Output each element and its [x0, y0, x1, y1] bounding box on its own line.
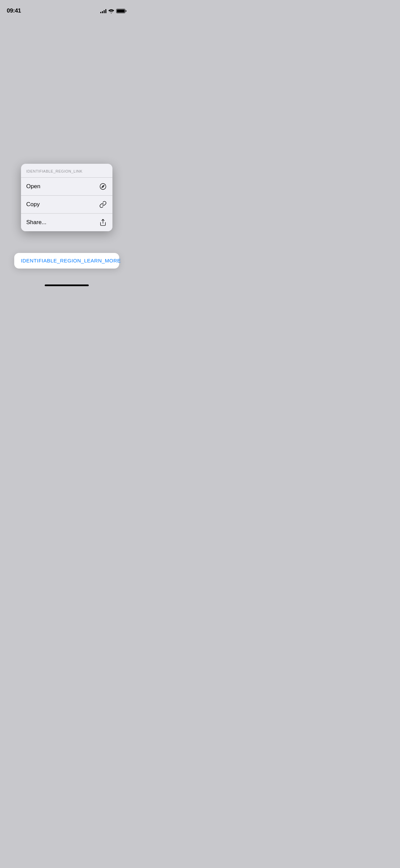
menu-item-open[interactable]: Open: [21, 178, 112, 196]
learn-more-button[interactable]: IDENTIFIABLE_REGION_LEARN_MORE: [14, 253, 119, 269]
signal-bars-icon: [100, 9, 106, 13]
signal-bar-4: [105, 9, 106, 13]
learn-more-label: IDENTIFIABLE_REGION_LEARN_MORE: [21, 258, 121, 263]
battery-body: [116, 9, 125, 13]
signal-bar-2: [102, 11, 103, 13]
home-indicator: [45, 284, 89, 286]
link-icon: [99, 200, 107, 209]
context-menu-container: IDENTIFIABLE_REGION_LINK Open Copy: [21, 164, 112, 231]
wifi-icon: [108, 9, 114, 13]
signal-bar-3: [104, 10, 105, 13]
share-icon: [99, 218, 107, 226]
menu-item-share-label: Share...: [26, 219, 47, 226]
menu-item-copy-label: Copy: [26, 201, 40, 208]
learn-more-container: IDENTIFIABLE_REGION_LEARN_MORE: [14, 253, 119, 269]
battery-fill: [117, 9, 125, 13]
compass-icon: [99, 182, 107, 191]
battery-icon: [116, 9, 126, 13]
status-bar: 09:41: [0, 0, 133, 17]
context-menu: IDENTIFIABLE_REGION_LINK Open Copy: [21, 164, 112, 231]
status-icons: [100, 9, 126, 13]
context-menu-title: IDENTIFIABLE_REGION_LINK: [26, 169, 83, 173]
menu-item-open-label: Open: [26, 183, 41, 190]
status-time: 09:41: [7, 7, 21, 14]
svg-point-1: [103, 186, 103, 187]
context-menu-header: IDENTIFIABLE_REGION_LINK: [21, 164, 112, 178]
battery-tip: [126, 10, 126, 12]
menu-item-copy[interactable]: Copy: [21, 196, 112, 214]
menu-item-share[interactable]: Share...: [21, 214, 112, 231]
signal-bar-1: [100, 12, 101, 13]
